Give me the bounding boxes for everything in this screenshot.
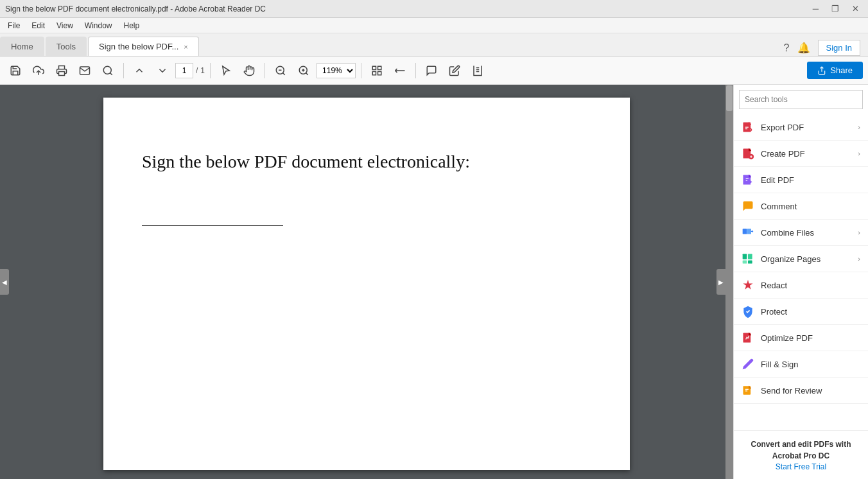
tool-item-organize-pages[interactable]: Organize Pages ›: [734, 246, 868, 272]
collapse-left-button[interactable]: ◀: [0, 269, 9, 295]
pen-icon: [449, 65, 460, 76]
search-tools-input[interactable]: [739, 90, 863, 109]
comment-toolbar-button[interactable]: [421, 60, 442, 81]
optimize-pdf-icon: [742, 331, 754, 344]
protect-label: Protect: [761, 307, 860, 317]
print-button[interactable]: [51, 60, 72, 81]
pen-button[interactable]: [444, 60, 465, 81]
edit-pdf-label: Edit PDF: [761, 175, 860, 185]
menu-bar: File Edit View Window Help: [0, 18, 868, 33]
upload-button[interactable]: [28, 60, 49, 81]
send-for-review-icon: [742, 384, 754, 397]
help-icon[interactable]: ?: [784, 42, 790, 54]
svg-rect-1: [59, 71, 65, 75]
toolbar-sep-2: [210, 63, 211, 78]
create-pdf-label: Create PDF: [761, 149, 851, 159]
pdf-page-container: Sign the below PDF document electronical…: [0, 85, 733, 479]
zoom-in-icon: [298, 65, 309, 76]
sign-in-button[interactable]: Sign In: [818, 40, 860, 56]
pdf-text: Sign the below PDF document electronical…: [142, 149, 591, 174]
menu-edit[interactable]: Edit: [26, 20, 50, 31]
tool-item-redact[interactable]: Redact: [734, 272, 868, 299]
menu-help[interactable]: Help: [119, 20, 145, 31]
share-button[interactable]: Share: [807, 62, 863, 79]
svg-point-2: [103, 66, 111, 74]
comment-icon: [742, 200, 754, 213]
email-button[interactable]: [74, 60, 95, 81]
organize-pages-chevron: ›: [858, 255, 860, 263]
combine-files-icon: [742, 226, 754, 239]
bell-icon[interactable]: 🔔: [797, 42, 810, 54]
minimize-button[interactable]: ─: [809, 3, 822, 15]
window-controls: ─ ❐ ✕: [809, 3, 863, 15]
tab-home[interactable]: Home: [0, 37, 44, 56]
svg-rect-13: [378, 71, 381, 74]
zoom-in-button[interactable]: [293, 60, 314, 81]
svg-rect-12: [378, 66, 381, 69]
tool-item-send-for-review[interactable]: Send for Review: [734, 378, 868, 404]
hand-tool-button[interactable]: [239, 60, 259, 81]
tool-item-fill-sign[interactable]: Fill & Sign: [734, 351, 868, 378]
tool-item-combine-files[interactable]: Combine Files ›: [734, 220, 868, 246]
tool-item-export-pdf[interactable]: Export PDF ›: [734, 114, 868, 141]
close-button[interactable]: ✕: [848, 3, 863, 15]
start-trial-link[interactable]: Start Free Trial: [776, 462, 826, 471]
export-pdf-chevron: ›: [858, 123, 860, 131]
optimize-pdf-label: Optimize PDF: [761, 333, 860, 343]
page-number-input[interactable]: [175, 63, 193, 78]
highlight-button[interactable]: [467, 60, 488, 81]
tool-item-protect[interactable]: Protect: [734, 299, 868, 325]
organize-pages-label: Organize Pages: [761, 254, 851, 264]
email-icon: [79, 65, 91, 76]
pdf-page: Sign the below PDF document electronical…: [103, 98, 630, 470]
tool-item-comment[interactable]: Comment: [734, 193, 868, 220]
main-area: ◀ Sign the below PDF document electronic…: [0, 85, 868, 479]
select-tool-button[interactable]: [216, 60, 236, 81]
share-label: Share: [830, 65, 853, 75]
fill-sign-icon: [742, 358, 754, 370]
tab-close-button[interactable]: ×: [184, 43, 187, 51]
tab-tools[interactable]: Tools: [46, 37, 87, 56]
tool-item-create-pdf[interactable]: Create PDF ›: [734, 141, 868, 167]
collapse-right-button[interactable]: ▶: [716, 269, 725, 295]
scroll-bar[interactable]: [725, 85, 733, 479]
create-pdf-icon: [742, 147, 754, 160]
toolbar-sep-1: [123, 63, 124, 78]
crop-button[interactable]: [367, 60, 387, 81]
svg-rect-24: [747, 229, 751, 234]
select-icon: [220, 65, 232, 76]
tab-document[interactable]: Sign the below PDF... ×: [88, 37, 199, 56]
svg-rect-26: [748, 254, 752, 259]
search-button[interactable]: [98, 60, 118, 81]
toolbar-sep-3: [265, 63, 265, 78]
organize-pages-icon: [742, 252, 754, 265]
menu-window[interactable]: Window: [80, 20, 117, 31]
scroll-thumb[interactable]: [726, 85, 733, 111]
zoom-out-button[interactable]: [270, 60, 291, 81]
window-title: Sign the below PDF document electronical…: [5, 4, 266, 13]
tool-item-optimize-pdf[interactable]: Optimize PDF: [734, 325, 868, 351]
next-page-icon: [157, 65, 168, 76]
page-separator: /: [196, 66, 198, 75]
zoom-out-icon: [275, 65, 286, 76]
create-pdf-chevron: ›: [858, 150, 860, 157]
next-page-button[interactable]: [152, 60, 173, 81]
svg-rect-11: [372, 66, 376, 69]
export-pdf-label: Export PDF: [761, 123, 851, 132]
toolbar-sep-4: [361, 63, 361, 78]
svg-rect-28: [748, 261, 752, 264]
signature-line: [142, 225, 283, 226]
save-icon: [10, 65, 21, 76]
measure-button[interactable]: [390, 60, 410, 81]
restore-button[interactable]: ❐: [828, 3, 843, 15]
svg-rect-25: [743, 254, 747, 259]
tool-item-edit-pdf[interactable]: Edit PDF: [734, 167, 868, 193]
highlight-icon: [472, 65, 483, 76]
menu-view[interactable]: View: [51, 20, 78, 31]
zoom-select[interactable]: 119% 100% 75% 50% 150%: [317, 63, 356, 78]
prev-page-button[interactable]: [129, 60, 150, 81]
svg-line-5: [283, 73, 285, 74]
menu-file[interactable]: File: [3, 20, 25, 31]
comment-label: Comment: [761, 202, 860, 211]
save-button[interactable]: [5, 60, 26, 81]
